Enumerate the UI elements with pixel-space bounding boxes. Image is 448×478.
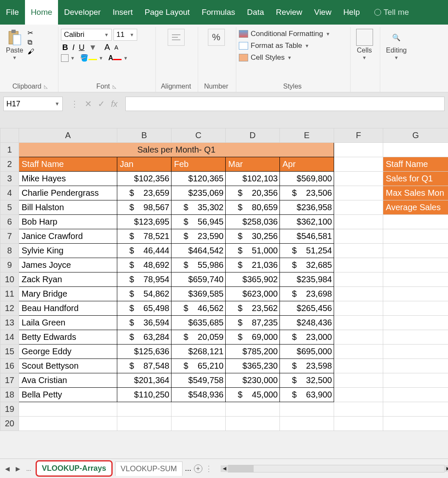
cell[interactable]	[226, 417, 280, 431]
row-header[interactable]: 7	[0, 229, 19, 244]
data-cell[interactable]: $ 63,900	[280, 388, 334, 402]
cell[interactable]	[171, 402, 226, 417]
row-header[interactable]: 19	[0, 402, 19, 417]
data-cell[interactable]: $ 78,954	[117, 272, 171, 287]
row-header[interactable]: 5	[0, 200, 19, 215]
data-cell[interactable]: $ 65,210	[171, 359, 226, 373]
sheet-tab-vlookup-sum[interactable]: VLOOKUP-SUM	[115, 461, 183, 476]
cell[interactable]	[334, 330, 383, 345]
data-cell[interactable]: $ 20,356	[226, 186, 280, 200]
staff-name-cell[interactable]: Bob Harp	[19, 215, 117, 229]
staff-name-cell[interactable]: Mary Bridge	[19, 287, 117, 301]
font-dialog-icon[interactable]: ◺	[113, 84, 116, 89]
fx-icon[interactable]: fx	[111, 99, 118, 109]
cell[interactable]	[383, 359, 448, 373]
staff-name-cell[interactable]: Betty Edwards	[19, 330, 117, 345]
italic-button[interactable]: I	[71, 43, 76, 52]
row-header[interactable]: 8	[0, 244, 19, 258]
data-cell[interactable]: $623,000	[226, 287, 280, 301]
staff-name-cell[interactable]: Sylvie King	[19, 244, 117, 258]
data-cell[interactable]: $ 23,506	[280, 186, 334, 200]
sheet-nav-next[interactable]: ▶	[14, 465, 22, 472]
data-cell[interactable]: $ 45,000	[226, 388, 280, 402]
column-header[interactable]: E	[280, 128, 334, 143]
font-size-select[interactable]: 11▼	[113, 29, 137, 41]
data-cell[interactable]: $125,636	[117, 345, 171, 359]
cell[interactable]	[383, 244, 448, 258]
paste-button[interactable]: Paste ▼	[6, 29, 23, 60]
cell[interactable]	[334, 345, 383, 359]
select-all-corner[interactable]	[0, 128, 19, 143]
staff-name-cell[interactable]: Zack Ryan	[19, 272, 117, 287]
staff-name-cell[interactable]: Janice Crawford	[19, 229, 117, 244]
data-cell[interactable]: $ 23,698	[280, 287, 334, 301]
data-cell[interactable]: $ 48,692	[117, 258, 171, 272]
data-cell[interactable]: $369,585	[171, 287, 226, 301]
cell[interactable]	[334, 215, 383, 229]
data-cell[interactable]: $230,000	[226, 373, 280, 388]
data-cell[interactable]: $ 46,562	[171, 301, 226, 316]
data-cell[interactable]: $236,958	[280, 200, 334, 215]
tell-me-search[interactable]: Tell me	[368, 0, 415, 25]
cell[interactable]	[383, 417, 448, 431]
staff-name-cell[interactable]: Bella Petty	[19, 388, 117, 402]
data-cell[interactable]: $ 20,059	[171, 330, 226, 345]
sheet-more-icon[interactable]: ...	[185, 464, 191, 473]
staff-name-cell[interactable]: Laila Green	[19, 316, 117, 330]
cell[interactable]	[19, 402, 117, 417]
data-cell[interactable]: $464,542	[171, 244, 226, 258]
sheet-nav-more[interactable]: ...	[25, 465, 33, 472]
staff-name-cell[interactable]: Ava Cristian	[19, 373, 117, 388]
row-header[interactable]: 16	[0, 359, 19, 373]
horizontal-scrollbar[interactable]: ◀ ▶	[228, 465, 445, 472]
bold-button[interactable]: B	[61, 43, 69, 52]
data-cell[interactable]: $102,103	[226, 172, 280, 186]
staff-name-cell[interactable]: Bill Halston	[19, 200, 117, 215]
row-header[interactable]: 14	[0, 330, 19, 345]
cell[interactable]	[383, 373, 448, 388]
cell[interactable]	[334, 186, 383, 200]
row-header[interactable]: 4	[0, 186, 19, 200]
data-cell[interactable]: $ 78,521	[117, 229, 171, 244]
row-header[interactable]: 2	[0, 157, 19, 172]
data-cell[interactable]: $ 30,256	[226, 229, 280, 244]
data-cell[interactable]: $365,230	[226, 359, 280, 373]
cell[interactable]	[334, 272, 383, 287]
staff-name-cell[interactable]: Scout Bettyson	[19, 359, 117, 373]
cell[interactable]	[383, 229, 448, 244]
row-header[interactable]: 10	[0, 272, 19, 287]
cell[interactable]	[117, 402, 171, 417]
cell[interactable]	[171, 417, 226, 431]
tab-home[interactable]: Home	[25, 0, 58, 25]
sheet-tab-vlookup-arrays[interactable]: VLOOKUP-Arrays	[36, 460, 113, 477]
cell[interactable]	[280, 417, 334, 431]
cell[interactable]	[383, 330, 448, 345]
data-cell[interactable]: $ 51,254	[280, 244, 334, 258]
data-cell[interactable]: $ 54,862	[117, 287, 171, 301]
font-name-select[interactable]: Calibri▼	[61, 29, 112, 41]
tab-insert[interactable]: Insert	[107, 0, 139, 25]
data-cell[interactable]: $548,936	[171, 388, 226, 402]
data-cell[interactable]: $ 98,567	[117, 200, 171, 215]
cell[interactable]	[19, 417, 117, 431]
data-cell[interactable]: $123,695	[117, 215, 171, 229]
tab-help[interactable]: Help	[337, 0, 366, 25]
data-cell[interactable]: $120,365	[171, 172, 226, 186]
data-cell[interactable]: $ 36,594	[117, 316, 171, 330]
data-cell[interactable]: $ 23,562	[226, 301, 280, 316]
cells-button[interactable]: Cells▼	[353, 29, 376, 60]
scroll-left-button[interactable]: ◀	[221, 465, 228, 472]
data-cell[interactable]: $546,581	[280, 229, 334, 244]
fill-color-button[interactable]: 🪣	[80, 54, 97, 62]
row-header[interactable]: 9	[0, 258, 19, 272]
editing-button[interactable]: 🔍Editing▼	[383, 29, 410, 60]
data-cell[interactable]: $248,436	[280, 316, 334, 330]
cell[interactable]	[383, 388, 448, 402]
tab-developer[interactable]: Developer	[58, 0, 107, 25]
number-format-button[interactable]: %	[201, 29, 232, 46]
grow-font-button[interactable]: A	[103, 42, 111, 52]
data-cell[interactable]: $549,758	[171, 373, 226, 388]
data-cell[interactable]: $695,000	[280, 345, 334, 359]
data-cell[interactable]: $ 87,548	[117, 359, 171, 373]
data-cell[interactable]: $ 63,284	[117, 330, 171, 345]
